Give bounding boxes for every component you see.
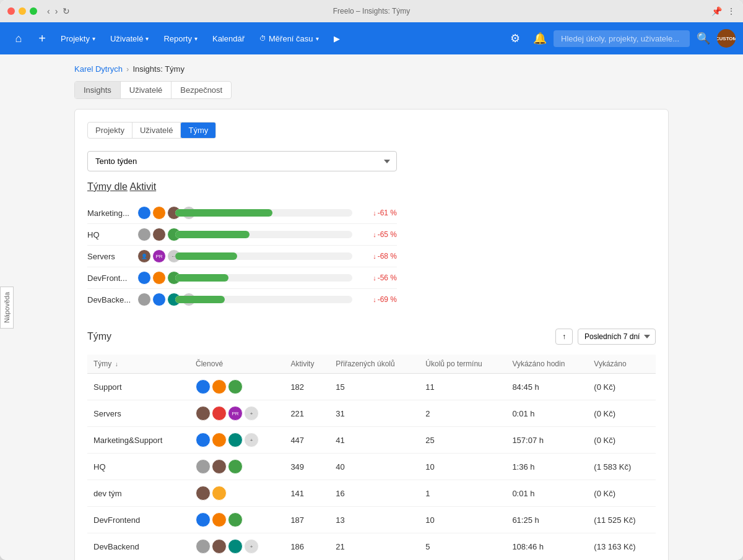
team-name-cell: dev tým: [87, 480, 189, 507]
tab-tymy[interactable]: Týmy: [181, 123, 215, 138]
bar-track: [175, 231, 352, 238]
avatar: [212, 459, 227, 474]
team-avatars-cell: [189, 374, 284, 400]
avatar: [212, 486, 227, 501]
col-header-ukoly[interactable]: Přiřazených úkolů: [329, 355, 419, 374]
outer-tabs: Insights Uživatelé Bezpečnost: [74, 81, 232, 99]
pin-icon: 📌: [711, 6, 722, 16]
avatar: [228, 512, 243, 527]
tasks-assigned-cell: 15: [329, 374, 419, 400]
bar-row: Marketing... ···: [87, 202, 397, 224]
col-header-aktivity[interactable]: Aktivity: [284, 355, 329, 374]
tasks-overdue-cell: 2: [419, 400, 506, 427]
add-button[interactable]: +: [32, 28, 52, 48]
back-button[interactable]: ‹: [47, 6, 50, 16]
chart-section: Tento týden Týmy dle Aktivit Marketing..…: [87, 151, 656, 310]
period-select-table[interactable]: Posledních 7 dní: [578, 329, 656, 345]
activities-cell: 186: [284, 533, 329, 560]
avatar: [228, 433, 243, 447]
table-row[interactable]: ServersPR+2213120:01 h(0 Kč): [87, 400, 656, 427]
avatar: +: [244, 539, 259, 554]
table-row[interactable]: Support182151184:45 h(0 Kč): [87, 374, 656, 400]
bar-row: DevBacke... ···: [87, 289, 397, 310]
bar-row: DevFront... ↓: [87, 267, 397, 289]
tasks-assigned-cell: 21: [329, 533, 419, 560]
team-avatars-cell: PR+: [189, 400, 284, 427]
avatar: PR: [228, 406, 243, 421]
avatar: +: [244, 406, 259, 421]
bar-track: [175, 252, 352, 260]
reload-button[interactable]: ↻: [63, 6, 70, 16]
search-input[interactable]: [554, 30, 690, 47]
tasks-assigned-cell: 40: [329, 454, 419, 480]
tab-projekty[interactable]: Projekty: [88, 123, 133, 138]
forward-button[interactable]: ›: [55, 6, 58, 16]
nav-item-reporty[interactable]: Reporty ▾: [157, 30, 204, 47]
bar-fill: [175, 274, 228, 282]
table-row[interactable]: DevBackend+186215108:46 h(13 163 Kč): [87, 533, 656, 560]
team-avatars-cell: [189, 507, 284, 533]
nav-item-projekty[interactable]: Projekty ▾: [54, 30, 102, 47]
search-icon[interactable]: 🔍: [692, 27, 715, 50]
hours-cell: 61:25 h: [506, 507, 588, 533]
col-header-po-terminu[interactable]: Úkolů po termínu: [419, 355, 506, 374]
nav-buttons: ‹ › ↻: [47, 6, 70, 16]
bar-avatars: 👤 PR ···: [137, 249, 181, 263]
table-row[interactable]: Marketing&Support+4474125157:07 h(0 Kč): [87, 427, 656, 454]
avatar: [196, 379, 211, 394]
tab-bezpecnost[interactable]: Bezpečnost: [172, 82, 231, 98]
bar-fill: [175, 231, 250, 238]
table-row[interactable]: DevFrontend187131061:25 h(11 525 Kč): [87, 507, 656, 533]
teams-title: Týmy: [87, 331, 555, 342]
reported-cell: (13 163 Kč): [588, 533, 656, 560]
tab-insights[interactable]: Insights: [75, 82, 121, 98]
table-row[interactable]: HQ34940101:36 h(1 583 Kč): [87, 454, 656, 480]
avatar: [196, 406, 211, 421]
help-tab[interactable]: Nápověda: [0, 286, 14, 328]
team-name-cell: Servers: [87, 400, 189, 427]
caret-icon: ▾: [194, 35, 198, 42]
col-header-tymy[interactable]: Týmy ↓: [87, 355, 189, 374]
team-name-cell: HQ: [87, 454, 189, 480]
tab-uzivatele-inner[interactable]: Uživatelé: [133, 123, 181, 138]
tab-uzivatele-outer[interactable]: Uživatelé: [121, 82, 172, 98]
col-header-vykazano[interactable]: Vykázáno: [588, 355, 656, 374]
nav-item-play[interactable]: ▶: [328, 30, 346, 47]
bell-icon[interactable]: 🔔: [529, 27, 551, 50]
settings-icon[interactable]: ⚙: [504, 27, 526, 50]
col-header-clenove[interactable]: Členové: [189, 355, 284, 374]
home-button[interactable]: ⌂: [7, 27, 30, 50]
bar-percentage: ↓ -65 %: [360, 230, 397, 239]
user-avatar[interactable]: CUSTOM: [717, 29, 736, 48]
bar-track: [175, 274, 352, 282]
table-row[interactable]: dev tým1411610:01 h(0 Kč): [87, 480, 656, 507]
mini-avatar: [137, 271, 151, 285]
breadcrumb-home[interactable]: Karel Dytrych: [74, 64, 123, 74]
export-button[interactable]: ↑: [555, 329, 573, 345]
maximize-button[interactable]: [30, 7, 37, 15]
minimize-button[interactable]: [19, 7, 26, 15]
breadcrumb-current: Insights: Týmy: [133, 64, 185, 74]
period-select[interactable]: Tento týden: [87, 151, 397, 171]
tasks-overdue-cell: 11: [419, 374, 506, 400]
team-name-cell: Marketing&Support: [87, 427, 189, 454]
team-name-cell: Support: [87, 374, 189, 400]
nav-item-uzivatele[interactable]: Uživatelé ▾: [104, 30, 155, 47]
avatar: [196, 486, 211, 501]
bar-percentage: ↓ -61 %: [360, 209, 397, 217]
avatar: [228, 379, 243, 394]
tasks-overdue-cell: 1: [419, 480, 506, 507]
teams-table: Týmy ↓ Členové Aktivity Př: [87, 355, 656, 559]
col-header-hodiny[interactable]: Vykázáno hodin: [506, 355, 588, 374]
down-arrow-icon: ↓: [373, 231, 376, 238]
bar-percentage: ↓ -68 %: [360, 252, 397, 261]
caret-icon: ▾: [146, 35, 149, 42]
down-arrow-icon: ↓: [373, 274, 376, 282]
close-button[interactable]: [7, 7, 15, 15]
teams-section: Týmy ↑ Posledních 7 dní Týmy: [87, 329, 656, 559]
bar-fill: [175, 252, 237, 260]
nav-item-mereni[interactable]: ⏱ Měření času ▾: [253, 30, 325, 47]
nav-item-kalendar[interactable]: Kalendář: [206, 30, 251, 47]
avatar: [196, 512, 211, 527]
avatar: [212, 512, 227, 527]
